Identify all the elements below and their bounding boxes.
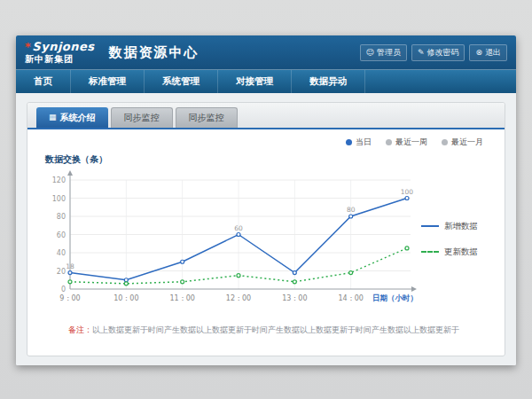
tab-sync-monitor-1-label: 同步监控 — [124, 112, 160, 124]
legend-today[interactable]: 当日 — [346, 137, 372, 148]
legend-last-week-label: 最近一周 — [395, 137, 427, 148]
svg-text:0: 0 — [61, 286, 66, 293]
svg-text:80: 80 — [347, 206, 356, 214]
pencil-icon: ✎ — [418, 49, 425, 57]
logo-wordmark: Synjones — [32, 40, 94, 53]
admin-user-button[interactable]: ☺ 管理员 — [360, 44, 407, 61]
legend-today-dot-icon — [346, 139, 352, 145]
footnote-text: 以上数据更新于时间产生数据以上数据更新于时间产生数据以上数据更新于时间产生数据以… — [92, 325, 459, 334]
nav-item-system-mgmt[interactable]: 系统管理 — [145, 70, 218, 93]
logo-star-icon: * — [25, 40, 31, 53]
legend-last-month[interactable]: 最近一月 — [442, 137, 483, 148]
svg-text:120: 120 — [52, 176, 66, 184]
footnote: 备注：以上数据更新于时间产生数据以上数据更新于时间产生数据以上数据更新于时间产生… — [27, 312, 505, 337]
tab-sync-monitor-2-label: 同步监控 — [189, 112, 224, 124]
solid-line-icon — [421, 225, 439, 227]
footnote-prefix: 备注： — [68, 325, 92, 334]
series-legend-item[interactable]: 新增数据 — [421, 221, 503, 232]
series-legend-item[interactable]: 更新数据 — [421, 246, 503, 258]
chart-container: 0204060801001209：0010：0011：0012：0013：001… — [27, 166, 505, 312]
y-axis-title: 数据交换（条） — [45, 153, 505, 166]
svg-text:80: 80 — [57, 213, 66, 221]
logo-text: *Synjones — [25, 41, 95, 52]
legend-today-label: 当日 — [356, 137, 372, 148]
user-icon: ☺ — [366, 49, 374, 57]
svg-text:60: 60 — [57, 231, 66, 239]
svg-text:60: 60 — [234, 224, 243, 232]
svg-text:12：00: 12：00 — [226, 294, 251, 302]
admin-user-label: 管理员 — [377, 47, 401, 59]
legend-last-week-dot-icon — [386, 139, 392, 145]
tab-system-intro[interactable]: ▦ 系统介绍 — [36, 107, 108, 128]
svg-text:18: 18 — [66, 262, 74, 270]
change-password-label: 修改密码 — [426, 47, 458, 59]
svg-text:日期（小时）: 日期（小时） — [372, 293, 418, 302]
svg-text:20: 20 — [57, 268, 66, 276]
grid-icon: ▦ — [49, 113, 57, 121]
series-legend: 新增数据更新数据 — [419, 221, 503, 258]
logout-label: 退出 — [485, 47, 501, 59]
exchange-line-chart: 0204060801001209：0010：0011：0012：0013：001… — [38, 166, 419, 312]
tab-sync-monitor-1[interactable]: 同步监控 — [111, 107, 173, 128]
nav-item-standard-mgmt[interactable]: 标准管理 — [71, 70, 145, 93]
svg-text:10：00: 10：00 — [113, 294, 138, 302]
logout-button[interactable]: ⊗ 退出 — [469, 44, 507, 61]
dotted-line-icon — [421, 251, 439, 253]
app-window: *Synjones 新中新集团 数据资源中心 ☺ 管理员 ✎ 修改密码 ⊗ 退出… — [16, 35, 516, 365]
svg-text:100: 100 — [52, 195, 66, 203]
app-header: *Synjones 新中新集团 数据资源中心 ☺ 管理员 ✎ 修改密码 ⊗ 退出 — [16, 35, 516, 69]
main-nav: 首页 标准管理 系统管理 对接管理 数据异动 — [16, 69, 516, 93]
legend-last-week[interactable]: 最近一周 — [386, 137, 427, 148]
tab-system-intro-label: 系统介绍 — [60, 112, 96, 124]
svg-text:11：00: 11：00 — [169, 294, 194, 302]
nav-item-interface-mgmt[interactable]: 对接管理 — [218, 70, 292, 93]
content-area: ▦ 系统介绍 同步监控 同步监控 当日 最近一周 — [16, 93, 516, 365]
logo-subtitle: 新中新集团 — [25, 55, 95, 64]
page-title: 数据资源中心 — [109, 44, 200, 61]
main-card: ▦ 系统介绍 同步监控 同步监控 当日 最近一周 — [27, 102, 505, 356]
change-password-button[interactable]: ✎ 修改密码 — [411, 44, 466, 61]
svg-text:13：00: 13：00 — [282, 294, 307, 302]
svg-text:100: 100 — [401, 188, 414, 196]
svg-text:14：00: 14：00 — [338, 294, 363, 302]
period-legend: 当日 最近一周 最近一月 — [27, 129, 505, 148]
header-actions: ☺ 管理员 ✎ 修改密码 ⊗ 退出 — [360, 44, 507, 61]
series-legend-label: 新增数据 — [444, 221, 478, 232]
svg-text:9：00: 9：00 — [59, 294, 80, 302]
tab-sync-monitor-2[interactable]: 同步监控 — [176, 107, 238, 128]
power-icon: ⊗ — [475, 49, 482, 57]
nav-item-home[interactable]: 首页 — [16, 70, 71, 93]
tab-bar: ▦ 系统介绍 同步监控 同步监控 — [27, 103, 505, 129]
logo: *Synjones 新中新集团 — [25, 41, 95, 64]
svg-text:40: 40 — [57, 249, 66, 257]
series-legend-label: 更新数据 — [444, 246, 478, 258]
nav-item-data-change[interactable]: 数据异动 — [292, 70, 365, 93]
legend-last-month-dot-icon — [442, 139, 448, 145]
legend-last-month-label: 最近一月 — [451, 137, 483, 148]
